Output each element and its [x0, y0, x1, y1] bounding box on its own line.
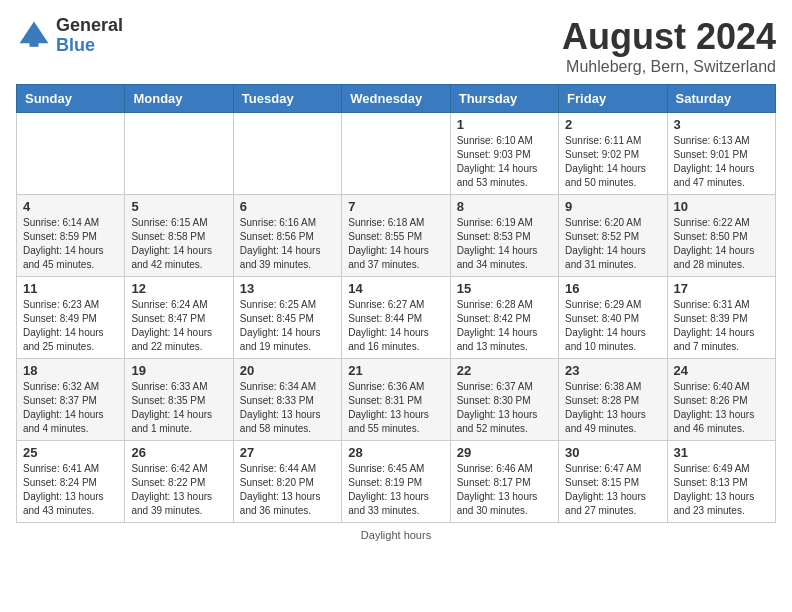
day-info-17: Sunrise: 6:31 AM Sunset: 8:39 PM Dayligh… — [674, 298, 769, 354]
calendar-cell-w2-d2: 6Sunrise: 6:16 AM Sunset: 8:56 PM Daylig… — [233, 195, 341, 277]
day-info-28: Sunrise: 6:45 AM Sunset: 8:19 PM Dayligh… — [348, 462, 443, 518]
day-number-27: 27 — [240, 445, 335, 460]
calendar-cell-w3-d5: 16Sunrise: 6:29 AM Sunset: 8:40 PM Dayli… — [559, 277, 667, 359]
day-number-10: 10 — [674, 199, 769, 214]
col-tuesday: Tuesday — [233, 85, 341, 113]
day-info-15: Sunrise: 6:28 AM Sunset: 8:42 PM Dayligh… — [457, 298, 552, 354]
day-info-1: Sunrise: 6:10 AM Sunset: 9:03 PM Dayligh… — [457, 134, 552, 190]
day-number-11: 11 — [23, 281, 118, 296]
day-number-13: 13 — [240, 281, 335, 296]
col-saturday: Saturday — [667, 85, 775, 113]
day-number-29: 29 — [457, 445, 552, 460]
calendar-cell-w2-d6: 10Sunrise: 6:22 AM Sunset: 8:50 PM Dayli… — [667, 195, 775, 277]
calendar-cell-w5-d4: 29Sunrise: 6:46 AM Sunset: 8:17 PM Dayli… — [450, 441, 558, 523]
calendar-cell-w3-d2: 13Sunrise: 6:25 AM Sunset: 8:45 PM Dayli… — [233, 277, 341, 359]
week-row-4: 18Sunrise: 6:32 AM Sunset: 8:37 PM Dayli… — [17, 359, 776, 441]
calendar-cell-w4-d1: 19Sunrise: 6:33 AM Sunset: 8:35 PM Dayli… — [125, 359, 233, 441]
calendar-cell-w4-d3: 21Sunrise: 6:36 AM Sunset: 8:31 PM Dayli… — [342, 359, 450, 441]
day-info-11: Sunrise: 6:23 AM Sunset: 8:49 PM Dayligh… — [23, 298, 118, 354]
day-number-15: 15 — [457, 281, 552, 296]
footer-note: Daylight hours — [16, 529, 776, 541]
day-number-28: 28 — [348, 445, 443, 460]
day-info-19: Sunrise: 6:33 AM Sunset: 8:35 PM Dayligh… — [131, 380, 226, 436]
day-number-21: 21 — [348, 363, 443, 378]
day-info-9: Sunrise: 6:20 AM Sunset: 8:52 PM Dayligh… — [565, 216, 660, 272]
logo-text: General Blue — [56, 16, 123, 56]
day-number-3: 3 — [674, 117, 769, 132]
calendar-cell-w5-d2: 27Sunrise: 6:44 AM Sunset: 8:20 PM Dayli… — [233, 441, 341, 523]
calendar-cell-w3-d6: 17Sunrise: 6:31 AM Sunset: 8:39 PM Dayli… — [667, 277, 775, 359]
calendar-cell-w1-d1 — [125, 113, 233, 195]
day-info-22: Sunrise: 6:37 AM Sunset: 8:30 PM Dayligh… — [457, 380, 552, 436]
day-info-10: Sunrise: 6:22 AM Sunset: 8:50 PM Dayligh… — [674, 216, 769, 272]
day-info-8: Sunrise: 6:19 AM Sunset: 8:53 PM Dayligh… — [457, 216, 552, 272]
day-info-12: Sunrise: 6:24 AM Sunset: 8:47 PM Dayligh… — [131, 298, 226, 354]
calendar-cell-w4-d2: 20Sunrise: 6:34 AM Sunset: 8:33 PM Dayli… — [233, 359, 341, 441]
calendar-cell-w2-d1: 5Sunrise: 6:15 AM Sunset: 8:58 PM Daylig… — [125, 195, 233, 277]
day-number-19: 19 — [131, 363, 226, 378]
header: General Blue August 2024 Muhleberg, Bern… — [16, 16, 776, 76]
day-info-31: Sunrise: 6:49 AM Sunset: 8:13 PM Dayligh… — [674, 462, 769, 518]
col-thursday: Thursday — [450, 85, 558, 113]
day-info-18: Sunrise: 6:32 AM Sunset: 8:37 PM Dayligh… — [23, 380, 118, 436]
day-number-1: 1 — [457, 117, 552, 132]
calendar-cell-w1-d6: 3Sunrise: 6:13 AM Sunset: 9:01 PM Daylig… — [667, 113, 775, 195]
month-title: August 2024 — [562, 16, 776, 58]
day-info-6: Sunrise: 6:16 AM Sunset: 8:56 PM Dayligh… — [240, 216, 335, 272]
day-info-13: Sunrise: 6:25 AM Sunset: 8:45 PM Dayligh… — [240, 298, 335, 354]
day-info-7: Sunrise: 6:18 AM Sunset: 8:55 PM Dayligh… — [348, 216, 443, 272]
calendar-cell-w4-d6: 24Sunrise: 6:40 AM Sunset: 8:26 PM Dayli… — [667, 359, 775, 441]
day-info-5: Sunrise: 6:15 AM Sunset: 8:58 PM Dayligh… — [131, 216, 226, 272]
day-info-4: Sunrise: 6:14 AM Sunset: 8:59 PM Dayligh… — [23, 216, 118, 272]
day-number-4: 4 — [23, 199, 118, 214]
calendar-cell-w3-d0: 11Sunrise: 6:23 AM Sunset: 8:49 PM Dayli… — [17, 277, 125, 359]
calendar-cell-w4-d4: 22Sunrise: 6:37 AM Sunset: 8:30 PM Dayli… — [450, 359, 558, 441]
calendar-cell-w3-d3: 14Sunrise: 6:27 AM Sunset: 8:44 PM Dayli… — [342, 277, 450, 359]
day-info-29: Sunrise: 6:46 AM Sunset: 8:17 PM Dayligh… — [457, 462, 552, 518]
day-number-5: 5 — [131, 199, 226, 214]
title-area: August 2024 Muhleberg, Bern, Switzerland — [562, 16, 776, 76]
day-number-23: 23 — [565, 363, 660, 378]
day-number-24: 24 — [674, 363, 769, 378]
calendar-header-row: Sunday Monday Tuesday Wednesday Thursday… — [17, 85, 776, 113]
calendar-cell-w3-d1: 12Sunrise: 6:24 AM Sunset: 8:47 PM Dayli… — [125, 277, 233, 359]
calendar-table: Sunday Monday Tuesday Wednesday Thursday… — [16, 84, 776, 523]
calendar-cell-w2-d5: 9Sunrise: 6:20 AM Sunset: 8:52 PM Daylig… — [559, 195, 667, 277]
day-info-30: Sunrise: 6:47 AM Sunset: 8:15 PM Dayligh… — [565, 462, 660, 518]
day-number-18: 18 — [23, 363, 118, 378]
day-number-17: 17 — [674, 281, 769, 296]
day-info-21: Sunrise: 6:36 AM Sunset: 8:31 PM Dayligh… — [348, 380, 443, 436]
day-info-2: Sunrise: 6:11 AM Sunset: 9:02 PM Dayligh… — [565, 134, 660, 190]
calendar-cell-w3-d4: 15Sunrise: 6:28 AM Sunset: 8:42 PM Dayli… — [450, 277, 558, 359]
day-number-7: 7 — [348, 199, 443, 214]
col-friday: Friday — [559, 85, 667, 113]
calendar-cell-w2-d3: 7Sunrise: 6:18 AM Sunset: 8:55 PM Daylig… — [342, 195, 450, 277]
day-info-23: Sunrise: 6:38 AM Sunset: 8:28 PM Dayligh… — [565, 380, 660, 436]
calendar-cell-w2-d4: 8Sunrise: 6:19 AM Sunset: 8:53 PM Daylig… — [450, 195, 558, 277]
col-monday: Monday — [125, 85, 233, 113]
calendar-cell-w5-d0: 25Sunrise: 6:41 AM Sunset: 8:24 PM Dayli… — [17, 441, 125, 523]
day-info-16: Sunrise: 6:29 AM Sunset: 8:40 PM Dayligh… — [565, 298, 660, 354]
calendar-cell-w5-d6: 31Sunrise: 6:49 AM Sunset: 8:13 PM Dayli… — [667, 441, 775, 523]
calendar-cell-w5-d3: 28Sunrise: 6:45 AM Sunset: 8:19 PM Dayli… — [342, 441, 450, 523]
day-info-24: Sunrise: 6:40 AM Sunset: 8:26 PM Dayligh… — [674, 380, 769, 436]
week-row-2: 4Sunrise: 6:14 AM Sunset: 8:59 PM Daylig… — [17, 195, 776, 277]
day-number-14: 14 — [348, 281, 443, 296]
calendar-cell-w1-d2 — [233, 113, 341, 195]
col-sunday: Sunday — [17, 85, 125, 113]
day-number-20: 20 — [240, 363, 335, 378]
day-number-26: 26 — [131, 445, 226, 460]
day-number-9: 9 — [565, 199, 660, 214]
day-number-16: 16 — [565, 281, 660, 296]
week-row-1: 1Sunrise: 6:10 AM Sunset: 9:03 PM Daylig… — [17, 113, 776, 195]
calendar-cell-w1-d3 — [342, 113, 450, 195]
col-wednesday: Wednesday — [342, 85, 450, 113]
day-number-31: 31 — [674, 445, 769, 460]
day-info-14: Sunrise: 6:27 AM Sunset: 8:44 PM Dayligh… — [348, 298, 443, 354]
calendar-cell-w4-d5: 23Sunrise: 6:38 AM Sunset: 8:28 PM Dayli… — [559, 359, 667, 441]
day-info-27: Sunrise: 6:44 AM Sunset: 8:20 PM Dayligh… — [240, 462, 335, 518]
daylight-hours-label: Daylight hours — [361, 529, 431, 541]
day-info-3: Sunrise: 6:13 AM Sunset: 9:01 PM Dayligh… — [674, 134, 769, 190]
day-number-22: 22 — [457, 363, 552, 378]
day-number-2: 2 — [565, 117, 660, 132]
